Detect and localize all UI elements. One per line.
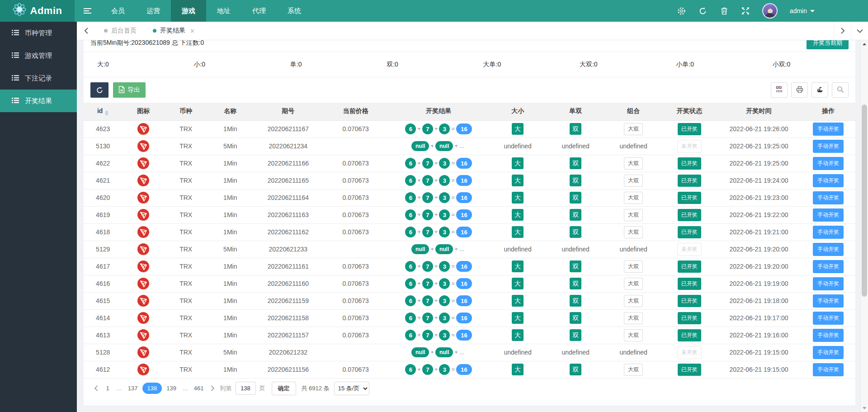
cell-icon [122,275,165,292]
export-file-icon [118,86,125,95]
manual-draw-button[interactable]: 手动开奖 [813,260,844,273]
cell-action: 手动开奖 [801,361,855,378]
page-ellipsis: ... [181,383,189,394]
cell-issue: 202206211164 [254,189,323,206]
manual-draw-button[interactable]: 手动开奖 [813,140,844,153]
manual-draw-button[interactable]: 手动开奖 [813,277,844,290]
manual-draw-button[interactable]: 手动开奖 [813,157,844,170]
page-number-137[interactable]: 137 [125,383,141,394]
toggle-columns-button[interactable] [771,82,788,98]
search-button[interactable] [832,82,849,98]
theme-gear-icon[interactable] [677,6,686,15]
tab-dashboard[interactable]: 后台首页 [96,22,145,40]
refresh-icon[interactable] [698,6,708,15]
result-number-badge: 7 [422,123,433,134]
nav-item-5[interactable]: 代理 [241,0,277,22]
user-avatar[interactable] [762,3,778,19]
vertical-scrollbar[interactable] [860,40,868,412]
plus-sign: + [417,211,421,218]
cell-state: 未开奖 [662,241,716,258]
manual-draw-button[interactable]: 手动开奖 [813,208,844,222]
nav-item-2[interactable]: 运营 [136,0,171,22]
next-page-icon[interactable] [207,385,218,391]
tabs-scroll-right[interactable] [834,22,851,40]
tab-close-icon[interactable] [190,29,194,33]
nav-item-3[interactable]: 游戏 [171,0,206,22]
table-row: 5129TRX5Min20220621233null+null+ ...unde… [84,241,855,258]
manual-draw-button[interactable]: 手动开奖 [813,329,844,342]
manual-draw-button[interactable]: 手动开奖 [813,294,844,308]
scrollbar-thumb[interactable] [862,104,867,297]
manual-draw-button[interactable]: 手动开奖 [813,191,844,204]
sidebar-item-4[interactable]: 开奖结果 [0,90,77,112]
result-sum-badge: 16 [456,158,472,169]
prev-page-icon[interactable] [90,385,102,391]
result-number-badge: 3 [439,123,450,134]
parity-badge: 双 [570,157,581,169]
nav-item-6[interactable]: 系统 [277,0,312,22]
plus-sign: + [434,194,438,201]
fullscreen-icon[interactable] [741,6,750,15]
result-number-badge: 7 [422,227,433,237]
goto-page-input[interactable] [236,382,256,395]
page-number-139[interactable]: 139 [163,383,179,394]
cell-name: 1Min [207,206,253,223]
sidebar-item-2[interactable]: 游戏管理 [0,44,77,67]
cell-parity: 双 [547,327,604,344]
page-number-138[interactable]: 138 [142,383,162,394]
cell-id: 4623 [84,120,122,137]
export-data-button[interactable] [811,82,828,98]
results-table: id图标币种名称期号当前价格开奖结果大小单双组合开奖状态开奖时间操作 4623T… [84,103,855,379]
refresh-table-button[interactable] [90,82,108,98]
nav-item-4[interactable]: 地址 [206,0,241,22]
goto-confirm-button[interactable]: 确定 [272,382,296,395]
manual-draw-button[interactable]: 手动开奖 [813,312,844,325]
manual-draw-button[interactable]: 手动开奖 [813,174,844,187]
cell-state: 已开奖 [662,292,716,309]
scroll-down-icon[interactable] [863,407,866,409]
equals-sign: = [451,177,455,184]
trash-icon[interactable] [720,6,729,15]
tab-lottery-results[interactable]: 开奖结果 [145,22,203,40]
per-page-select[interactable]: 15 条/页 [334,382,369,395]
print-button[interactable] [791,82,808,98]
column-header-12: 操作 [801,103,855,120]
manual-draw-button[interactable]: 手动开奖 [813,226,844,239]
manual-draw-button[interactable]: 手动开奖 [813,363,844,376]
sidebar-item-3[interactable]: 下注记录 [0,67,77,90]
plus-sign: + [434,177,438,184]
cell-parity: 双 [547,361,604,378]
column-header-id[interactable]: id [84,103,122,120]
manual-draw-button[interactable]: 手动开奖 [813,123,844,136]
manual-draw-button[interactable]: 手动开奖 [813,243,844,256]
state-badge: 已开奖 [678,157,701,170]
result-number-badge: 3 [439,295,450,306]
result-sum-badge: 16 [456,123,472,134]
cell-state: 已开奖 [662,189,716,206]
draw-current-button[interactable]: 开奖当前期 [807,40,849,49]
table-row: 4616TRX1Min2022062111600.0706736+7+3=16大… [84,275,855,292]
nav-item-1[interactable]: 会员 [100,0,136,22]
trx-icon [137,331,149,338]
tabs-scroll-left[interactable] [77,22,96,40]
list-icon [12,29,19,37]
result-number-badge: 6 [405,227,416,237]
cell-coin: TRX [165,120,207,137]
stat-8: 小双:0 [759,61,855,69]
page-number-1[interactable]: 1 [102,383,113,394]
equals-sign: = [451,125,455,132]
user-menu[interactable]: admin [790,7,815,14]
list-icon [12,75,19,82]
sidebar-item-1[interactable]: 币种管理 [0,22,77,44]
sidebar-toggle[interactable] [75,0,100,22]
manual-draw-button[interactable]: 手动开奖 [813,346,844,359]
tabs-menu-chevron[interactable] [851,22,868,40]
parity-badge: 双 [570,175,581,186]
export-button[interactable]: 导出 [113,82,146,98]
page-number-461[interactable]: 461 [191,383,207,394]
scroll-up-icon[interactable] [861,40,868,48]
cell-coin: TRX [165,172,207,189]
trx-icon [137,211,149,218]
cell-id: 4620 [84,189,122,206]
plus-sign: + [417,228,421,235]
